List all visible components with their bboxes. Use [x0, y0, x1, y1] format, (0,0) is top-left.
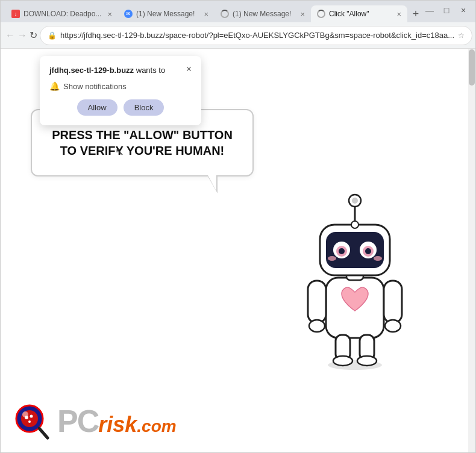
tab-favicon-msg2: [221, 10, 229, 18]
bell-icon: 🔔: [49, 81, 60, 91]
pcrisk-wordmark: PCrisk.com: [57, 405, 177, 437]
maximize-button[interactable]: □: [439, 3, 454, 17]
block-button[interactable]: Block: [124, 99, 164, 116]
popup-close-button[interactable]: ×: [186, 64, 192, 74]
logo-pc-text: PC: [57, 405, 98, 437]
svg-line-28: [39, 428, 48, 438]
svg-point-9: [357, 356, 377, 366]
pcrisk-logo: PCrisk.com: [11, 401, 177, 442]
scrollbar-thumb[interactable]: [469, 49, 475, 86]
tab-title-msg1: (1) New Message!: [136, 10, 198, 18]
svg-point-29: [25, 416, 28, 419]
new-tab-button[interactable]: +: [407, 5, 424, 22]
svg-point-17: [339, 248, 345, 254]
svg-point-24: [352, 198, 358, 204]
robot-svg: [295, 181, 415, 374]
tab-close-msg2[interactable]: ×: [300, 10, 305, 18]
minimize-button[interactable]: —: [422, 3, 437, 17]
popup-actions: Allow Block: [49, 99, 192, 116]
tab-click-allow[interactable]: Click "Allow" ×: [311, 5, 407, 22]
svg-point-18: [365, 248, 371, 254]
popup-permission-row: 🔔 Show notifications: [49, 81, 192, 91]
address-bar[interactable]: 🔒 https://jfdhq.sec-tl-129-b.buzz/space-…: [40, 26, 472, 45]
close-button[interactable]: ×: [456, 3, 471, 17]
tab-msg2[interactable]: (1) New Message! ×: [215, 5, 311, 22]
refresh-button[interactable]: ↻: [30, 26, 37, 45]
svg-point-5: [385, 320, 401, 332]
tab-close-active[interactable]: ×: [396, 10, 401, 18]
star-icon: ☆: [458, 31, 465, 40]
allow-button[interactable]: Allow: [77, 99, 117, 116]
mouse-cursor: ↖: [115, 145, 124, 158]
svg-point-30: [30, 415, 33, 418]
popup-wants-text: wants to: [134, 66, 165, 75]
tab-favicon-download: ↓: [11, 10, 20, 18]
tab-favicon-active: [317, 10, 325, 18]
popup-permission-text: Show notifications: [63, 82, 127, 91]
browser-content: jfdhq.sec-tl-129-b.buzz wants to × 🔔 Sho…: [1, 49, 475, 452]
speech-tail-inner: [208, 175, 216, 191]
address-text: https://jfdhq.sec-tl-129-b.buzz/space-ro…: [60, 31, 454, 40]
tab-favicon-msg1: ✉: [124, 10, 133, 18]
svg-point-31: [28, 420, 31, 423]
tab-close-download[interactable]: ×: [107, 10, 112, 18]
speech-bubble-text: PRESS THE "ALLOW" BUTTON TO VERIFY YOU'R…: [52, 128, 233, 157]
tab-bar: ↓ DOWNLOAD: Deadpo... × ✉ (1) New Messag…: [1, 1, 475, 22]
browser-frame: ↓ DOWNLOAD: Deadpo... × ✉ (1) New Messag…: [0, 0, 476, 453]
notification-popup: jfdhq.sec-tl-129-b.buzz wants to × 🔔 Sho…: [40, 56, 201, 125]
svg-rect-2: [308, 281, 326, 323]
scrollbar[interactable]: [468, 49, 475, 452]
logo-dotcom-text: .com: [137, 418, 176, 435]
svg-rect-3: [384, 281, 402, 323]
popup-site-name: jfdhq.sec-tl-129-b.buzz: [49, 66, 134, 75]
tab-msg1[interactable]: ✉ (1) New Message! ×: [118, 5, 215, 22]
pcrisk-logo-icon: [11, 401, 52, 442]
tab-title-msg2: (1) New Message!: [233, 10, 294, 18]
popup-header: jfdhq.sec-tl-129-b.buzz wants to ×: [49, 64, 192, 75]
tab-close-msg1[interactable]: ×: [204, 10, 208, 18]
back-button[interactable]: ←: [5, 26, 15, 45]
svg-point-21: [351, 221, 359, 228]
nav-bar: ← → ↻ 🔒 https://jfdhq.sec-tl-129-b.buzz/…: [1, 22, 475, 49]
svg-point-8: [333, 356, 352, 366]
popup-site-info: jfdhq.sec-tl-129-b.buzz wants to: [49, 64, 165, 75]
svg-point-4: [309, 320, 325, 332]
forward-button[interactable]: →: [17, 26, 27, 45]
svg-point-19: [328, 256, 336, 261]
svg-point-20: [374, 256, 382, 261]
tab-download[interactable]: ↓ DOWNLOAD: Deadpo... ×: [5, 5, 118, 22]
lock-icon: 🔒: [48, 31, 57, 40]
logo-risk-text: risk: [98, 414, 137, 436]
robot-illustration: [295, 181, 415, 374]
tab-title-download: DOWNLOAD: Deadpo...: [23, 10, 101, 18]
tab-title-active: Click "Allow": [329, 10, 390, 18]
